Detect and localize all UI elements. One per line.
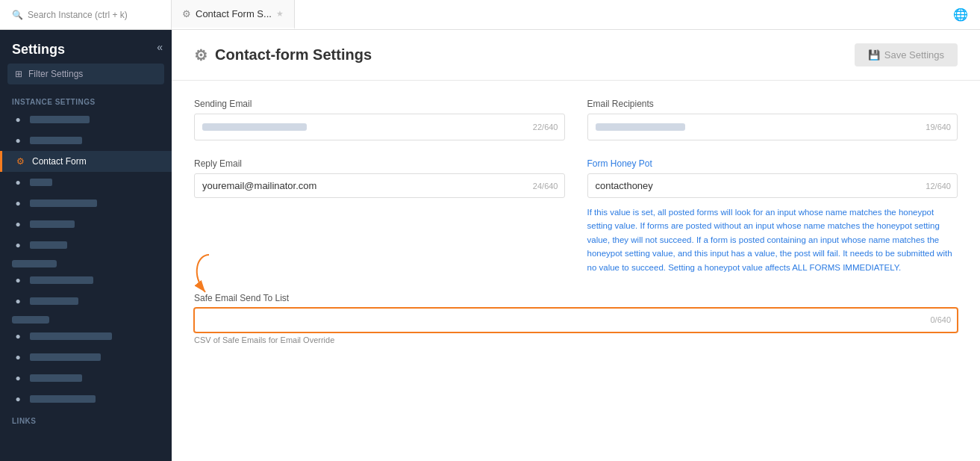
sidebar-item-contact-form[interactable]: ⚙ Contact Form [0, 151, 172, 172]
email-recipients-value [596, 123, 685, 131]
content-area: ⚙ Contact-form Settings 💾 Save Settings … [172, 30, 980, 461]
sidebar-sub1-item-2-text [30, 297, 78, 305]
save-settings-button[interactable]: 💾 Save Settings [855, 43, 958, 66]
sidebar-item-2[interactable]: ● [0, 130, 172, 151]
sidebar-item-1-icon: ● [12, 114, 24, 125]
sidebar-sub1-item-2[interactable]: ● [0, 291, 172, 312]
search-icon: 🔍 [12, 10, 23, 20]
sidebar-sub1-item-1-text [30, 276, 93, 284]
sidebar-item-7-text [30, 241, 67, 249]
honeypot-input-wrapper: 12/640 [587, 173, 958, 198]
sidebar-top: Settings « [0, 30, 172, 64]
sidebar-item-5-icon: ● [12, 198, 24, 208]
sidebar-sub2-item-4-icon: ● [12, 394, 24, 404]
sidebar-item-4-text [30, 179, 52, 186]
sidebar-sub2-item-2[interactable]: ● [0, 347, 172, 368]
honeypot-char-count: 12/640 [926, 182, 951, 191]
tab-pin-icon[interactable]: ★ [276, 9, 284, 19]
sidebar-collapse-button[interactable]: « [154, 38, 166, 56]
email-recipients-group: Email Recipients 19/640 [587, 99, 958, 140]
sending-email-blurred [195, 114, 564, 140]
filter-icon: ⊞ [15, 69, 22, 79]
sidebar-item-6[interactable]: ● [0, 214, 172, 235]
contact-form-tab[interactable]: ⚙ Contact Form S... ★ [172, 0, 295, 29]
sending-email-value [202, 123, 307, 131]
safe-email-char-count: 0/640 [930, 315, 951, 324]
honeypot-info-text: If this value is set, all posted forms w… [587, 205, 958, 274]
sidebar-item-4-icon: ● [12, 177, 24, 188]
filter-label: Filter Settings [28, 69, 83, 79]
tab-gear-icon: ⚙ [182, 8, 191, 19]
sidebar-item-7-icon: ● [12, 240, 24, 250]
sending-email-group: Sending Email 22/640 [194, 99, 565, 140]
page-title-text: Contact-form Settings [215, 46, 372, 64]
safe-email-hint: CSV of Safe Emails for Email Override [194, 335, 958, 344]
page-gear-icon: ⚙ [194, 46, 207, 64]
sidebar-sub2-item-2-text [30, 353, 101, 361]
reply-email-group: Reply Email 24/640 [194, 158, 565, 274]
sidebar-item-5-text [30, 199, 97, 207]
main-layout: Settings « ⊞ Filter Settings INSTANCE SE… [0, 30, 980, 461]
sidebar-item-2-text [30, 137, 82, 144]
reply-email-input[interactable] [195, 174, 564, 197]
save-icon: 💾 [868, 49, 880, 61]
email-recipients-label: Email Recipients [587, 99, 958, 109]
page-title: ⚙ Contact-form Settings [194, 46, 372, 64]
search-placeholder: Search Instance (ctrl + k) [28, 10, 128, 20]
safe-email-input[interactable] [195, 309, 957, 332]
tab-label: Contact Form S... [196, 8, 272, 19]
sidebar-item-7[interactable]: ● [0, 235, 172, 256]
filter-settings-button[interactable]: ⊞ Filter Settings [7, 64, 164, 84]
email-recipients-char-count: 19/640 [926, 123, 951, 132]
sidebar-subsection-1 [0, 256, 172, 270]
reply-email-input-wrapper: 24/640 [194, 173, 565, 198]
sidebar-subsection-2 [0, 312, 172, 326]
sidebar-item-5[interactable]: ● [0, 193, 172, 214]
globe-icon[interactable]: 🌐 [953, 7, 980, 22]
sidebar-sub1-item-2-icon: ● [12, 296, 24, 306]
sidebar-item-1-text [30, 116, 90, 123]
save-button-label: Save Settings [884, 49, 944, 61]
sending-email-label: Sending Email [194, 99, 565, 109]
form-row-1: Sending Email 22/640 Email Recipients [194, 99, 958, 140]
sidebar-contact-form-label: Contact Form [32, 156, 87, 167]
sidebar-sub2-item-1[interactable]: ● [0, 326, 172, 347]
form-row-2: Reply Email 24/640 Form Honey Pot 12/640… [194, 158, 958, 274]
subsection-1-label [12, 260, 57, 267]
arrow-annotation-svg [187, 251, 246, 303]
sidebar-sub2-item-4-text [30, 395, 96, 403]
safe-email-input-wrapper: 0/640 [194, 308, 958, 332]
content-body: Sending Email 22/640 Email Recipients [172, 81, 980, 461]
sidebar-sub2-item-4[interactable]: ● [0, 389, 172, 409]
sidebar-sub2-item-1-icon: ● [12, 331, 24, 341]
honeypot-label: Form Honey Pot [587, 158, 958, 169]
search-area[interactable]: 🔍 Search Instance (ctrl + k) [0, 0, 172, 29]
reply-email-label: Reply Email [194, 158, 565, 169]
honeypot-group: Form Honey Pot 12/640 If this value is s… [587, 158, 958, 274]
sidebar-title: Settings [0, 30, 77, 64]
sidebar-sub2-item-2-icon: ● [12, 352, 24, 362]
sidebar-item-1[interactable]: ● [0, 109, 172, 130]
tabs-area: ⚙ Contact Form S... ★ [172, 0, 953, 29]
honeypot-input[interactable] [588, 174, 958, 197]
sidebar-item-6-icon: ● [12, 219, 24, 229]
sidebar-item-6-text [30, 220, 75, 228]
reply-email-char-count: 24/640 [533, 182, 558, 191]
sidebar-sub1-item-1-icon: ● [12, 275, 24, 285]
sending-email-char-count: 22/640 [533, 123, 558, 132]
content-header: ⚙ Contact-form Settings 💾 Save Settings [172, 30, 980, 81]
sidebar-sub1-item-1[interactable]: ● [0, 270, 172, 291]
sidebar-item-4[interactable]: ● [0, 172, 172, 193]
email-recipients-blurred [588, 114, 958, 140]
email-recipients-input-wrapper: 19/640 [587, 114, 958, 140]
sidebar-sub2-item-1-text [30, 332, 112, 340]
sidebar: Settings « ⊞ Filter Settings INSTANCE SE… [0, 30, 172, 461]
sidebar-sub2-item-3[interactable]: ● [0, 368, 172, 389]
sending-email-input-wrapper: 22/640 [194, 114, 565, 140]
topbar: 🔍 Search Instance (ctrl + k) ⚙ Contact F… [0, 0, 980, 30]
sidebar-item-2-icon: ● [12, 135, 24, 146]
instance-settings-label: INSTANCE SETTINGS [0, 90, 172, 109]
links-label: LINKS [0, 409, 172, 428]
sidebar-contact-form-icon: ⚙ [14, 156, 26, 167]
sidebar-sub2-item-3-icon: ● [12, 373, 24, 383]
